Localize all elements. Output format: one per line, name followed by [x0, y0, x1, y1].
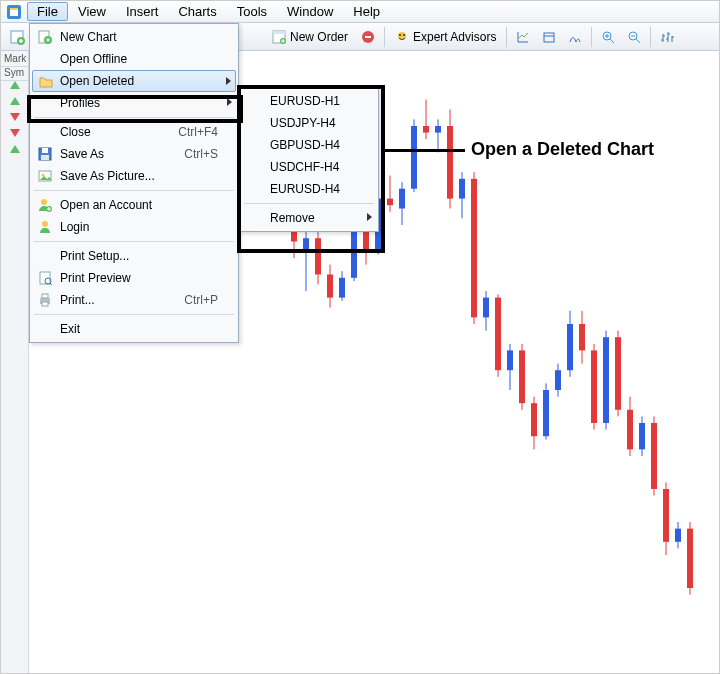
open-deleted-submenu: EURUSD-H1USDJPY-H4GBPUSD-H4USDCHF-H4EURU… [239, 87, 379, 232]
menu-item-save-as[interactable]: Save AsCtrl+S [32, 143, 236, 165]
svg-rect-83 [675, 529, 681, 542]
svg-rect-6 [273, 31, 285, 34]
svg-rect-39 [411, 126, 417, 189]
submenu-item-label: GBPUSD-H4 [270, 138, 340, 152]
autotrading-button[interactable] [356, 26, 380, 48]
separator [650, 27, 651, 47]
submenu-item-usdjpy-h4[interactable]: USDJPY-H4 [242, 112, 376, 134]
menu-item-label: Profiles [60, 96, 100, 110]
menu-item-profiles[interactable]: Profiles [32, 92, 236, 114]
menu-item-save-as-picture[interactable]: Save As Picture... [32, 165, 236, 187]
svg-rect-81 [663, 489, 669, 542]
submenu-item-usdchf-h4[interactable]: USDCHF-H4 [242, 156, 376, 178]
menu-file[interactable]: File [27, 2, 68, 21]
svg-rect-77 [639, 423, 645, 449]
menu-item-open-an-account[interactable]: Open an Account [32, 194, 236, 216]
submenu-arrow-icon [367, 213, 372, 221]
menu-item-label: Print Setup... [60, 249, 129, 263]
new-order-button[interactable]: New Order [266, 28, 354, 46]
svg-point-95 [42, 221, 48, 227]
menu-item-close[interactable]: CloseCtrl+F4 [32, 121, 236, 143]
menu-item-label: Open Deleted [60, 74, 134, 88]
submenu-item-remove[interactable]: Remove [242, 207, 376, 229]
svg-rect-9 [365, 36, 371, 38]
submenu-item-label: EURUSD-H1 [270, 94, 340, 108]
menu-item-label: Print... [60, 293, 95, 307]
svg-rect-69 [591, 350, 597, 423]
svg-rect-89 [42, 148, 48, 153]
menu-item-open-deleted[interactable]: Open Deleted [32, 70, 236, 92]
new-order-label: New Order [290, 30, 348, 44]
submenu-item-label: EURUSD-H4 [270, 182, 340, 196]
bar-chart-button[interactable] [655, 26, 679, 48]
menu-view[interactable]: View [68, 2, 116, 21]
market-watch-panel: Mark Sym [1, 51, 29, 674]
menu-item-label: Close [60, 125, 91, 139]
svg-rect-79 [651, 423, 657, 489]
svg-rect-2 [10, 8, 18, 10]
indicator-button[interactable] [511, 26, 535, 48]
menu-separator [34, 241, 234, 242]
svg-point-12 [403, 34, 405, 36]
svg-rect-100 [42, 302, 48, 306]
menu-item-print-preview[interactable]: Print Preview [32, 267, 236, 289]
menu-item-label: Save As [60, 147, 104, 161]
picture-icon [36, 167, 54, 185]
svg-rect-90 [41, 155, 49, 160]
svg-rect-43 [435, 126, 441, 133]
menu-item-open-offline[interactable]: Open Offline [32, 48, 236, 70]
periods-button[interactable] [537, 26, 561, 48]
separator [384, 27, 385, 47]
svg-rect-65 [567, 324, 573, 370]
zoom-out-button[interactable] [622, 26, 646, 48]
menu-item-label: Login [60, 220, 89, 234]
submenu-item-label: USDJPY-H4 [270, 116, 336, 130]
expert-advisors-button[interactable]: Expert Advisors [389, 28, 502, 46]
menu-item-new-chart[interactable]: New Chart [32, 26, 236, 48]
submenu-arrow-icon [227, 98, 232, 106]
svg-rect-67 [579, 324, 585, 350]
symbol-up-icon [10, 97, 20, 105]
svg-rect-27 [339, 278, 345, 298]
submenu-item-eurusd-h1[interactable]: EURUSD-H1 [242, 90, 376, 112]
new-chart-icon [36, 28, 54, 46]
svg-rect-37 [399, 189, 405, 209]
menu-item-login[interactable]: Login [32, 216, 236, 238]
user-icon [36, 218, 54, 236]
submenu-item-gbpusd-h4[interactable]: GBPUSD-H4 [242, 134, 376, 156]
menu-separator [34, 117, 234, 118]
menu-item-label: New Chart [60, 30, 117, 44]
menu-separator [34, 190, 234, 191]
zoom-in-button[interactable] [596, 26, 620, 48]
templates-button[interactable] [563, 26, 587, 48]
svg-rect-23 [315, 238, 321, 274]
app-icon [5, 3, 23, 21]
menu-item-print[interactable]: Print...Ctrl+P [32, 289, 236, 311]
new-chart-button[interactable] [5, 26, 29, 48]
svg-rect-45 [447, 126, 453, 199]
menu-item-label: Save As Picture... [60, 169, 155, 183]
svg-rect-51 [483, 298, 489, 318]
svg-point-11 [399, 34, 401, 36]
svg-rect-13 [544, 33, 554, 42]
svg-rect-99 [42, 294, 48, 298]
shortcut-label: Ctrl+S [154, 147, 218, 161]
menu-charts[interactable]: Charts [168, 2, 226, 21]
user-add-icon [36, 196, 54, 214]
svg-rect-63 [555, 370, 561, 390]
svg-rect-35 [387, 199, 393, 206]
svg-rect-73 [615, 337, 621, 410]
svg-rect-57 [519, 350, 525, 403]
menu-help[interactable]: Help [343, 2, 390, 21]
submenu-item-eurusd-h4[interactable]: EURUSD-H4 [242, 178, 376, 200]
svg-rect-41 [423, 126, 429, 133]
shortcut-label: Ctrl+P [154, 293, 218, 307]
menu-item-print-setup[interactable]: Print Setup... [32, 245, 236, 267]
menu-insert[interactable]: Insert [116, 2, 169, 21]
menu-item-label: Open Offline [60, 52, 127, 66]
menu-window[interactable]: Window [277, 2, 343, 21]
menu-item-exit[interactable]: Exit [32, 318, 236, 340]
menu-tools[interactable]: Tools [227, 2, 277, 21]
file-menu-dropdown: New ChartOpen OfflineOpen DeletedProfile… [29, 23, 239, 343]
svg-rect-21 [303, 238, 309, 251]
